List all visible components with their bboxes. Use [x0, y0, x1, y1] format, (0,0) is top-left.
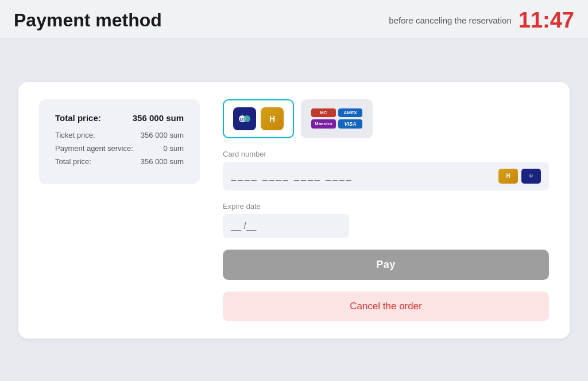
- card-number-label: Card number: [223, 150, 549, 158]
- total-price-row: Total price: 356 000 sum: [55, 113, 184, 123]
- expire-date-section: Expire date: [223, 202, 549, 238]
- maestro-logo: Maestro: [311, 119, 336, 129]
- agent-fee-row: Payment agent service: 0 sum: [55, 144, 184, 153]
- uzcard-logo: U: [233, 107, 256, 130]
- total-price-value: 356 000 sum: [133, 113, 184, 123]
- total-price-label: Total price:: [55, 113, 101, 123]
- svg-point-1: [243, 115, 250, 122]
- main-content: Total price: 356 000 sum Ticket price: 3…: [0, 39, 588, 381]
- mini-humo-icon: H: [498, 169, 518, 184]
- humo-logo: H: [261, 107, 284, 130]
- page-title: Payment method: [14, 10, 162, 31]
- mini-uzcard-icon: U: [521, 169, 541, 184]
- mastercard-logo: MC: [311, 108, 336, 117]
- expire-date-label: Expire date: [223, 202, 549, 211]
- ticket-price-value: 356 000 sum: [141, 131, 184, 139]
- payment-card: Total price: 356 000 sum Ticket price: 3…: [18, 82, 570, 339]
- expire-date-input-wrap: [223, 214, 349, 238]
- payment-methods-row: U H MC AMEX Maestro VISA: [223, 99, 549, 138]
- card-icons-row: H U: [498, 169, 541, 184]
- page-header: Payment method before canceling the rese…: [0, 0, 588, 39]
- expire-date-input[interactable]: [231, 221, 341, 231]
- agent-fee-value: 0 sum: [164, 144, 184, 153]
- countdown-timer: 11:47: [519, 8, 574, 33]
- visa-logo: VISA: [338, 119, 363, 129]
- header-right: before canceling the reservation 11:47: [389, 8, 574, 33]
- price-panel: Total price: 356 000 sum Ticket price: 3…: [39, 99, 200, 184]
- pay-button[interactable]: Pay: [223, 250, 549, 280]
- subtotal-value: 356 000 sum: [141, 157, 184, 166]
- countdown-label: before canceling the reservation: [389, 15, 511, 25]
- payment-option-cards[interactable]: MC AMEX Maestro VISA: [301, 99, 373, 138]
- payment-option-uzcard-humo[interactable]: U H: [223, 99, 294, 138]
- cancel-order-button[interactable]: Cancel the order: [223, 291, 549, 321]
- payment-panel: U H MC AMEX Maestro VISA Car: [223, 99, 549, 321]
- card-number-section: Card number H U: [223, 150, 549, 190]
- ticket-price-row: Ticket price: 356 000 sum: [55, 131, 184, 139]
- amex-logo: AMEX: [338, 108, 363, 117]
- subtotal-row: Total price: 356 000 sum: [55, 157, 184, 166]
- card-number-input[interactable]: [231, 171, 493, 181]
- card-number-input-wrap: H U: [223, 162, 549, 190]
- card-logos: MC AMEX Maestro VISA: [311, 108, 362, 129]
- ticket-price-label: Ticket price:: [55, 131, 95, 139]
- agent-fee-label: Payment agent service:: [55, 144, 133, 153]
- subtotal-label: Total price:: [55, 157, 91, 166]
